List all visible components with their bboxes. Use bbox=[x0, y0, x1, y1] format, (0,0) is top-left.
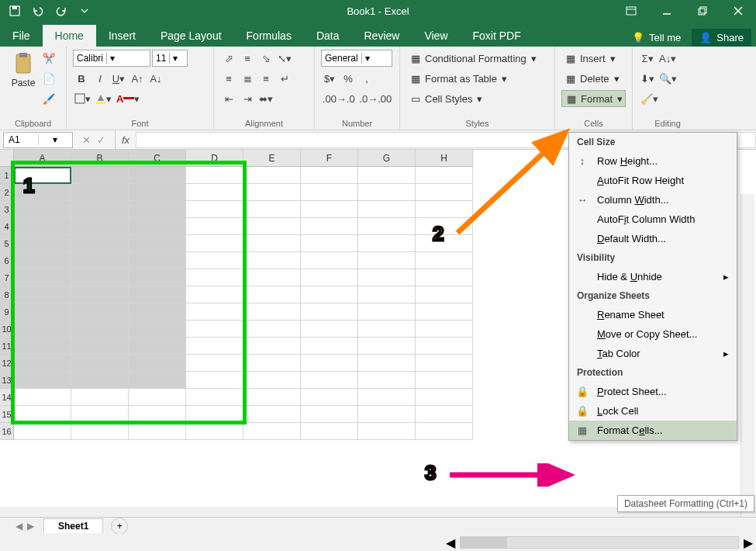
cell[interactable] bbox=[71, 167, 129, 184]
cell[interactable] bbox=[416, 235, 473, 252]
column-header[interactable]: F bbox=[301, 150, 358, 167]
cell[interactable] bbox=[416, 201, 473, 218]
undo-icon[interactable] bbox=[28, 2, 48, 20]
cell[interactable] bbox=[71, 269, 129, 286]
cell[interactable] bbox=[416, 184, 473, 201]
cell[interactable] bbox=[71, 321, 129, 338]
format-painter-button[interactable]: 🖌️ bbox=[40, 90, 57, 107]
tab-scroll-right-icon[interactable]: ▶ bbox=[27, 521, 34, 532]
cell[interactable] bbox=[14, 252, 71, 269]
tab-page-layout[interactable]: Page Layout bbox=[148, 25, 234, 47]
paste-button[interactable]: Paste bbox=[6, 50, 40, 107]
menu-row-height[interactable]: ↕Row Height... bbox=[569, 151, 737, 171]
cell[interactable] bbox=[186, 355, 243, 372]
tab-foxit-pdf[interactable]: Foxit PDF bbox=[461, 25, 533, 47]
cell[interactable] bbox=[301, 406, 358, 423]
row-header[interactable]: 16 bbox=[0, 423, 14, 440]
new-sheet-button[interactable]: + bbox=[111, 518, 128, 535]
tab-scroll-left-icon[interactable]: ◀ bbox=[16, 521, 22, 532]
enter-formula-icon[interactable]: ✓ bbox=[97, 134, 105, 146]
cell[interactable] bbox=[186, 372, 243, 389]
clear-button[interactable]: 🧹▾ bbox=[639, 90, 660, 107]
cell[interactable] bbox=[243, 201, 301, 218]
row-header[interactable]: 14 bbox=[0, 389, 14, 406]
cell[interactable] bbox=[129, 303, 186, 321]
align-right-button[interactable]: ≡ bbox=[257, 70, 274, 87]
row-header[interactable]: 7 bbox=[0, 269, 14, 286]
cell[interactable] bbox=[243, 184, 301, 201]
tab-view[interactable]: View bbox=[412, 25, 460, 47]
cell[interactable] bbox=[129, 286, 186, 303]
save-icon[interactable] bbox=[5, 2, 25, 20]
cell[interactable] bbox=[243, 389, 301, 406]
column-header[interactable]: A bbox=[14, 150, 71, 167]
cell[interactable] bbox=[71, 218, 129, 235]
cell[interactable] bbox=[14, 423, 71, 440]
tab-data[interactable]: Data bbox=[304, 25, 352, 47]
cell[interactable] bbox=[301, 218, 358, 235]
cell[interactable] bbox=[129, 406, 186, 423]
cell[interactable] bbox=[186, 201, 243, 218]
font-size-combo[interactable]: 11▾ bbox=[152, 50, 188, 67]
cell[interactable] bbox=[243, 235, 301, 252]
menu-column-width[interactable]: ↔Column Width... bbox=[569, 190, 737, 210]
cell[interactable] bbox=[71, 235, 129, 252]
cell[interactable] bbox=[358, 201, 416, 218]
row-header[interactable]: 6 bbox=[0, 252, 14, 269]
cell[interactable] bbox=[416, 303, 473, 321]
decrease-indent-button[interactable]: ⇤ bbox=[220, 90, 237, 107]
cell[interactable] bbox=[71, 201, 129, 218]
cell[interactable] bbox=[129, 355, 186, 372]
column-header[interactable]: G bbox=[358, 150, 416, 167]
cell[interactable] bbox=[358, 167, 416, 184]
cell[interactable] bbox=[301, 389, 358, 406]
cell[interactable] bbox=[71, 406, 129, 423]
row-header[interactable]: 10 bbox=[0, 321, 14, 338]
share-button[interactable]: 👤 Share bbox=[692, 29, 751, 47]
cell[interactable] bbox=[129, 423, 186, 440]
cell[interactable] bbox=[358, 406, 416, 423]
cell[interactable] bbox=[243, 372, 301, 389]
fill-button[interactable]: ⬇▾ bbox=[639, 70, 656, 87]
cell[interactable] bbox=[416, 286, 473, 303]
cell[interactable] bbox=[71, 372, 129, 389]
select-all-corner[interactable] bbox=[0, 150, 14, 167]
cell[interactable] bbox=[71, 184, 129, 201]
cell[interactable] bbox=[243, 406, 301, 423]
cell[interactable] bbox=[301, 184, 358, 201]
sheet-tab[interactable]: Sheet1 bbox=[43, 518, 103, 533]
find-select-button[interactable]: 🔍▾ bbox=[658, 70, 678, 87]
row-header[interactable]: 5 bbox=[0, 235, 14, 252]
cell[interactable] bbox=[358, 235, 416, 252]
align-left-button[interactable]: ≡ bbox=[220, 70, 237, 87]
tab-home[interactable]: Home bbox=[43, 25, 96, 47]
menu-rename-sheet[interactable]: Rename Sheet bbox=[569, 305, 737, 324]
row-header[interactable]: 15 bbox=[0, 406, 14, 423]
autosum-button[interactable]: Σ▾ bbox=[639, 50, 656, 67]
restore-button[interactable] bbox=[685, 0, 720, 22]
cell[interactable] bbox=[416, 372, 473, 389]
cell[interactable] bbox=[71, 303, 129, 321]
cell[interactable] bbox=[358, 286, 416, 303]
column-header[interactable]: D bbox=[186, 150, 243, 167]
italic-button[interactable]: I bbox=[91, 70, 109, 87]
menu-tab-color[interactable]: Tab Color▸ bbox=[569, 344, 737, 363]
delete-cells-button[interactable]: ▦Delete ▾ bbox=[561, 70, 626, 87]
row-header[interactable]: 13 bbox=[0, 372, 14, 389]
cell[interactable] bbox=[301, 167, 358, 184]
cell[interactable] bbox=[186, 167, 243, 184]
cell[interactable] bbox=[243, 252, 301, 269]
insert-cells-button[interactable]: ▦Insert ▾ bbox=[561, 50, 626, 67]
percent-button[interactable]: % bbox=[340, 70, 357, 87]
cell[interactable] bbox=[129, 252, 186, 269]
cell[interactable] bbox=[14, 201, 71, 218]
menu-format-cells[interactable]: ▦Format Cells... bbox=[569, 421, 737, 440]
borders-button[interactable]: ▾ bbox=[73, 90, 92, 107]
conditional-formatting-button[interactable]: ▦Conditional Formatting▾ bbox=[406, 50, 548, 67]
menu-autofit-row-height[interactable]: AutoFit Row Height bbox=[569, 171, 737, 190]
align-center-button[interactable]: ≣ bbox=[239, 70, 256, 87]
cell[interactable] bbox=[243, 218, 301, 235]
cell[interactable] bbox=[243, 355, 301, 372]
scroll-left-icon[interactable]: ◀ bbox=[443, 535, 458, 550]
cell[interactable] bbox=[416, 406, 473, 423]
